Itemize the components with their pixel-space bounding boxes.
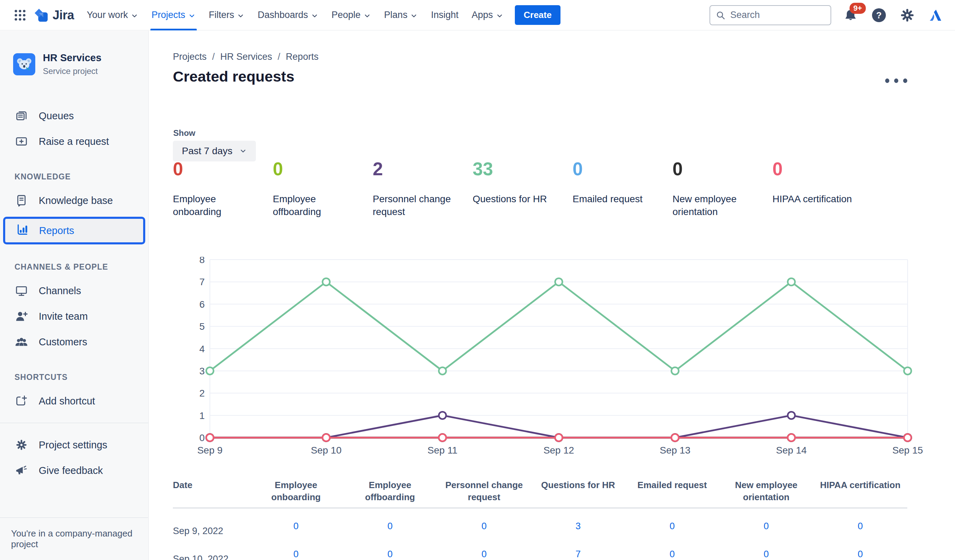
nav-left: Jira Your work Projects Filters Dashboar… [10,0,560,30]
cell-link[interactable]: 0 [719,549,813,560]
nav-item-label: Insight [431,10,459,20]
sidebar-item-customers[interactable]: Customers [0,329,148,355]
stats-row: 0 Employee onboarding 0 Employee offboar… [173,160,872,218]
sidebar-item-label: Queues [39,110,74,122]
section-knowledge: KNOWLEDGE [0,172,148,181]
sidebar-item-add-shortcut[interactable]: Add shortcut [0,388,148,414]
search-box[interactable] [709,5,831,25]
add-shortcut-icon [14,394,28,408]
sidebar-item-label: Raise a request [39,136,109,147]
sidebar-item-invite-team[interactable]: Invite team [0,303,148,329]
chevron-down-icon [410,12,418,20]
svg-text:Sep 13: Sep 13 [660,445,690,455]
project-title-block: HR Services Service project [43,52,101,76]
table-row: Sep 9, 2022 0 0 0 3 0 0 0 [173,521,907,537]
cell-link[interactable]: 0 [813,521,907,532]
app-switcher-icon[interactable] [10,6,30,25]
sidebar-item-project-settings[interactable]: Project settings [0,432,148,458]
nav-item-apps[interactable]: Apps [465,0,510,30]
jira-logo[interactable]: Jira [30,7,80,23]
grid-icon [14,9,26,21]
search-input[interactable] [730,10,817,20]
stat-value: 0 [173,160,273,179]
cell-link[interactable]: 0 [249,549,343,560]
stat-label: Emailed request [573,192,654,205]
date-range-dropdown[interactable]: Past 7 days [173,141,256,161]
settings-button[interactable] [898,6,916,24]
sidebar-item-reports-selected[interactable]: Reports [3,217,145,244]
project-avatar [13,53,35,75]
cell-link[interactable]: 0 [343,549,437,560]
atlassian-switcher-button[interactable] [927,6,945,24]
page-title: Created requests [173,68,294,85]
sidebar-item-raise-request[interactable]: Raise a request [0,128,148,154]
created-requests-chart: 012345678Sep 9Sep 10Sep 11Sep 12Sep 13Se… [187,257,933,466]
column-header-date: Date [173,479,249,503]
cell-link[interactable]: 0 [437,549,531,560]
sidebar-item-channels[interactable]: Channels [0,278,148,303]
cell-link[interactable]: 0 [625,521,719,532]
stat-value: 0 [673,160,772,179]
cell-link[interactable]: 3 [531,521,625,532]
column-header: Questions for HR [531,479,625,503]
nav-item-label: Dashboards [258,10,308,20]
nav-item-label: Projects [152,10,185,20]
svg-text:?: ? [876,10,882,20]
chevron-down-icon [237,12,244,20]
cell-link[interactable]: 0 [249,521,343,532]
cell-link[interactable]: 0 [719,521,813,532]
create-button[interactable]: Create [515,5,561,25]
nav-item-people[interactable]: People [325,0,377,30]
stat-employee-offboarding: 0 Employee offboarding [273,160,373,218]
cell-link[interactable]: 0 [625,549,719,560]
stat-questions-for-hr: 33 Questions for HR [473,160,573,218]
nav-item-filters[interactable]: Filters [202,0,251,30]
cell-link[interactable]: 0 [343,521,437,532]
nav-item-projects[interactable]: Projects [145,0,202,30]
stat-label: HIPAA certification [772,192,854,205]
nav-item-your-work[interactable]: Your work [80,0,145,30]
cell-link[interactable]: 0 [813,549,907,560]
dot [903,78,907,83]
svg-text:2: 2 [199,388,205,399]
help-button[interactable]: ? [870,6,888,24]
breadcrumb-hr-services[interactable]: HR Services [220,52,272,62]
queues-icon [14,109,28,122]
sidebar-item-label: Project settings [39,440,107,451]
svg-text:4: 4 [199,344,205,354]
svg-text:8: 8 [199,257,205,265]
jira-app: Jira Your work Projects Filters Dashboar… [0,0,955,560]
more-options-button[interactable] [885,72,907,89]
sidebar-item-queues[interactable]: Queues [0,103,148,128]
stat-label: New employee orientation [673,192,754,218]
nav-item-insight[interactable]: Insight [424,0,465,30]
nav-item-plans[interactable]: Plans [377,0,424,30]
nav-right: 9+ ? [709,5,945,25]
cell-link[interactable]: 0 [437,521,531,532]
breadcrumb-projects[interactable]: Projects [173,52,207,62]
nav-item-dashboards[interactable]: Dashboards [251,0,325,30]
sidebar-item-label: Channels [39,285,81,297]
chevron-down-icon [239,147,247,155]
dot [885,78,889,83]
cell-link[interactable]: 7 [531,549,625,560]
knowledge-base-icon [14,194,28,207]
stat-personnel-change-request: 2 Personnel change request [373,160,473,218]
svg-text:5: 5 [199,321,205,332]
breadcrumb-separator: / [278,52,280,62]
stat-value: 0 [772,160,872,179]
svg-text:Sep 10: Sep 10 [311,445,341,455]
column-header: HIPAA certification [813,479,907,503]
project-name: HR Services [43,52,101,64]
sidebar-item-knowledge-base[interactable]: Knowledge base [0,188,148,213]
notifications-button[interactable]: 9+ [842,6,860,24]
breadcrumb-reports[interactable]: Reports [286,52,319,62]
chevron-down-icon [496,12,503,20]
sidebar-item-give-feedback[interactable]: Give feedback [0,458,148,483]
notification-badge: 9+ [850,3,866,14]
breadcrumb: Projects / HR Services / Reports [173,52,318,62]
svg-text:0: 0 [199,432,205,443]
chart-svg: 012345678Sep 9Sep 10Sep 11Sep 12Sep 13Se… [187,257,933,464]
row-date: Sep 9, 2022 [173,521,249,537]
reports-icon [16,223,29,239]
